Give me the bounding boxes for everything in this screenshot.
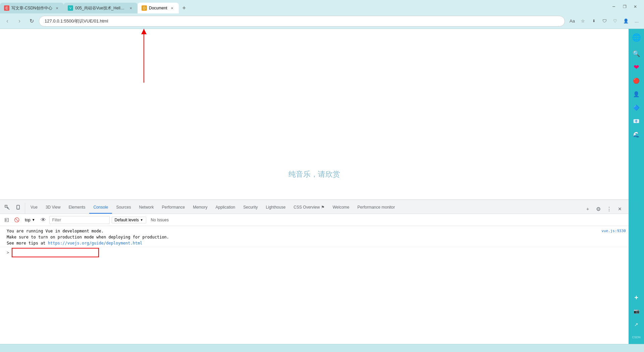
- download-icon[interactable]: ⬇: [589, 16, 598, 26]
- tab-vue[interactable]: Vue: [26, 202, 42, 214]
- tab-security[interactable]: Security: [239, 202, 262, 214]
- profile-icon[interactable]: 👤: [621, 16, 631, 26]
- read-aloud-icon[interactable]: Aa: [568, 16, 577, 26]
- filter-input[interactable]: [49, 216, 110, 224]
- sidebar-favorites-icon[interactable]: 🔴: [630, 75, 642, 87]
- back-button[interactable]: ‹: [3, 16, 12, 26]
- tab-2[interactable]: V 005_尚硅谷Vue技术_Hello小案例... ✕: [64, 3, 138, 13]
- show-settings-icon[interactable]: 👁: [39, 216, 47, 224]
- svg-rect-0: [5, 205, 7, 207]
- console-message-0: You are running Vue in development mode.…: [0, 227, 629, 247]
- browser-window: C 写文章-CSDN创作中心 ✕ V 005_尚硅谷Vue技术_Hello小案例…: [0, 0, 644, 352]
- sidebar-outlook-icon[interactable]: 📧: [630, 115, 642, 127]
- minimize-button[interactable]: −: [609, 2, 619, 11]
- tab-1-icon: C: [4, 5, 9, 11]
- log-levels-label: Default levels: [115, 218, 139, 222]
- context-selector[interactable]: top ▼: [23, 217, 37, 223]
- close-button[interactable]: ✕: [631, 2, 640, 11]
- tab-sources[interactable]: Sources: [112, 202, 135, 214]
- page-content: 纯音乐，请欣赏: [288, 169, 340, 179]
- tab-lighthouse[interactable]: Lighthouse: [262, 202, 290, 214]
- tab-2-title: 005_尚硅谷Vue技术_Hello小案例...: [75, 5, 126, 11]
- browser-viewport: 纯音乐，请欣赏: [0, 29, 629, 200]
- inspect-element-button[interactable]: [3, 203, 12, 212]
- edge-logo-icon: 🌐: [630, 32, 642, 44]
- console-input[interactable]: [12, 248, 99, 257]
- devtools-panel: Vue 3D View Elements Console Sources Net…: [0, 200, 629, 344]
- context-dropdown-icon: ▼: [32, 218, 35, 222]
- no-issues-badge: No Issues: [148, 217, 171, 223]
- restore-button[interactable]: ❐: [620, 2, 629, 11]
- console-input-row: >: [0, 247, 629, 258]
- tab-3dview[interactable]: 3D View: [42, 202, 64, 214]
- window-controls: − ❐ ✕: [605, 2, 644, 11]
- sidebar-add-icon[interactable]: +: [630, 292, 642, 304]
- devtools-controls: + ⚙ ⋮ ✕: [580, 204, 627, 214]
- tab-1-title: 写文章-CSDN创作中心: [11, 5, 52, 11]
- devtools-settings-button[interactable]: ⚙: [594, 204, 603, 214]
- sidebar-collections-icon[interactable]: 👤: [630, 88, 642, 100]
- svg-point-2: [18, 209, 18, 209]
- new-tab-button[interactable]: +: [179, 3, 190, 13]
- address-input[interactable]: [39, 16, 565, 27]
- refresh-button[interactable]: ↻: [27, 16, 36, 26]
- tab-1[interactable]: C 写文章-CSDN创作中心 ✕: [0, 3, 64, 13]
- tab-1-close[interactable]: ✕: [54, 5, 60, 11]
- show-filter-button[interactable]: 🚫: [13, 216, 21, 224]
- sidebar-search-icon[interactable]: 🔍: [630, 48, 642, 60]
- log-levels-chevron: ▼: [140, 218, 143, 222]
- clear-console-button[interactable]: [3, 216, 11, 224]
- tab-console[interactable]: Console: [89, 202, 112, 214]
- shield-icon[interactable]: 🛡: [600, 16, 609, 26]
- tab-memory[interactable]: Memory: [189, 202, 211, 214]
- more-icon[interactable]: …: [632, 16, 641, 26]
- console-output: You are running Vue in development mode.…: [0, 226, 629, 344]
- add-panel-button[interactable]: +: [583, 204, 592, 214]
- tab-3[interactable]: D Document ✕: [138, 3, 179, 13]
- device-toolbar-button[interactable]: [13, 203, 23, 212]
- tab-welcome[interactable]: Welcome: [329, 202, 354, 214]
- tab-3-title: Document: [149, 6, 167, 10]
- address-bar: ‹ › ↻ Aa ☆ ⬇ 🛡 ♡ 👤 …: [0, 13, 644, 29]
- tab-application[interactable]: Application: [212, 202, 239, 214]
- sidebar-screenshot-icon[interactable]: 📷: [630, 305, 642, 317]
- devtools-close-button[interactable]: ✕: [615, 204, 625, 214]
- tab-bar-bg: C 写文章-CSDN创作中心 ✕ V 005_尚硅谷Vue技术_Hello小案例…: [0, 3, 605, 13]
- console-message-text: You are running Vue in development mode.…: [7, 228, 595, 246]
- status-bar: [0, 344, 644, 352]
- tab-2-close[interactable]: ✕: [128, 5, 133, 11]
- deployment-link[interactable]: https://vuejs.org/guide/deployment.html: [48, 241, 143, 246]
- address-bar-icons: Aa ☆ ⬇ 🛡 ♡ 👤 …: [568, 16, 641, 26]
- tab-perf-monitor[interactable]: Performance monitor: [353, 202, 399, 214]
- devtools-tabs: Vue 3D View Elements Console Sources Net…: [0, 200, 629, 214]
- tab-network[interactable]: Network: [135, 202, 158, 214]
- tab-3-close[interactable]: ✕: [169, 5, 175, 11]
- favorites-icon[interactable]: ☆: [578, 16, 588, 26]
- forward-button[interactable]: ›: [15, 16, 24, 26]
- devtools-more-button[interactable]: ⋮: [604, 204, 614, 214]
- tab-2-icon: V: [68, 5, 73, 11]
- console-toolbar: 🚫 top ▼ 👁 Default levels ▼ No Issues: [0, 214, 629, 226]
- sidebar-apps-icon[interactable]: 🔷: [630, 101, 642, 114]
- tab-elements[interactable]: Elements: [64, 202, 89, 214]
- log-levels-button[interactable]: Default levels ▼: [112, 217, 146, 223]
- sidebar-tools-icon[interactable]: 🌊: [630, 128, 642, 140]
- tab-3-icon: D: [142, 5, 147, 11]
- devtools-tab-section: Vue 3D View Elements Console Sources Net…: [26, 202, 580, 214]
- tab-bar: C 写文章-CSDN创作中心 ✕ V 005_尚硅谷Vue技术_Hello小案例…: [0, 0, 644, 13]
- tab-css-overview[interactable]: CSS Overview ⚑: [289, 202, 328, 214]
- red-arrow-annotation: [144, 29, 144, 83]
- console-source-0[interactable]: vue.js:9330: [595, 228, 626, 234]
- console-prompt: >: [7, 250, 9, 255]
- sidebar-history-icon[interactable]: ❤: [630, 61, 642, 73]
- sidebar-right: 🌐 🔍 ❤ 🔴 👤 🔷 📧 🌊 + 📷 ↗ CSDN: [629, 29, 644, 344]
- sidebar-share-icon[interactable]: ↗: [630, 318, 642, 331]
- main-content: 纯音乐，请欣赏 Vue: [0, 29, 629, 344]
- context-label: top: [25, 218, 31, 222]
- collections-icon[interactable]: ♡: [610, 16, 620, 26]
- tab-performance[interactable]: Performance: [158, 202, 189, 214]
